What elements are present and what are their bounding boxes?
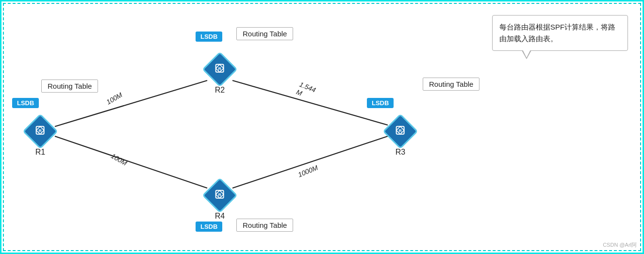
- routing-table-r3: Routing Table: [423, 80, 479, 89]
- link-label-r2r3: 1.544M: [295, 80, 317, 102]
- router-r4-label: R4: [215, 212, 225, 221]
- router-r1: R R1: [28, 119, 53, 157]
- svg-text:R: R: [399, 128, 402, 133]
- svg-text:R: R: [218, 192, 222, 197]
- lsdb-r1: LSDB: [12, 98, 39, 107]
- router-r4-icon: R: [202, 177, 238, 213]
- routing-table-r4: Routing Table: [236, 221, 293, 230]
- svg-text:R: R: [218, 66, 222, 71]
- watermark: CSDN @Arl阿: [603, 241, 637, 249]
- lsdb-r4: LSDB: [196, 222, 222, 231]
- svg-line-1: [55, 136, 207, 188]
- lsdb-r2: LSDB: [196, 32, 222, 41]
- link-label-r1r4: 100M: [110, 152, 128, 167]
- routing-table-r1: Routing Table: [41, 82, 98, 91]
- link-label-r1r2: 100M: [105, 91, 123, 106]
- router-r2-icon: R: [202, 51, 238, 87]
- router-r2-label: R2: [215, 86, 225, 95]
- router-r4: R R4: [207, 183, 232, 221]
- routing-table-r2: Routing Table: [236, 30, 293, 38]
- lsdb-r3: LSDB: [367, 98, 394, 107]
- annotation-text: 每台路由器根据SPF计算结果，将路由加载入路由表。: [499, 23, 615, 43]
- router-r1-icon: R: [22, 113, 58, 149]
- router-r3: R R3: [388, 119, 413, 157]
- router-r3-icon: R: [382, 113, 418, 149]
- router-r2: R R2: [207, 57, 232, 95]
- svg-line-3: [232, 136, 388, 188]
- router-r3-label: R3: [396, 148, 405, 157]
- router-r1-label: R1: [35, 148, 45, 157]
- link-label-r4r3: 1000M: [297, 164, 319, 179]
- annotation-bubble: 每台路由器根据SPF计算结果，将路由加载入路由表。: [492, 15, 628, 51]
- main-container: 100M 100M 1.544M 1000M R R1 R: [0, 0, 644, 254]
- svg-text:R: R: [39, 128, 42, 133]
